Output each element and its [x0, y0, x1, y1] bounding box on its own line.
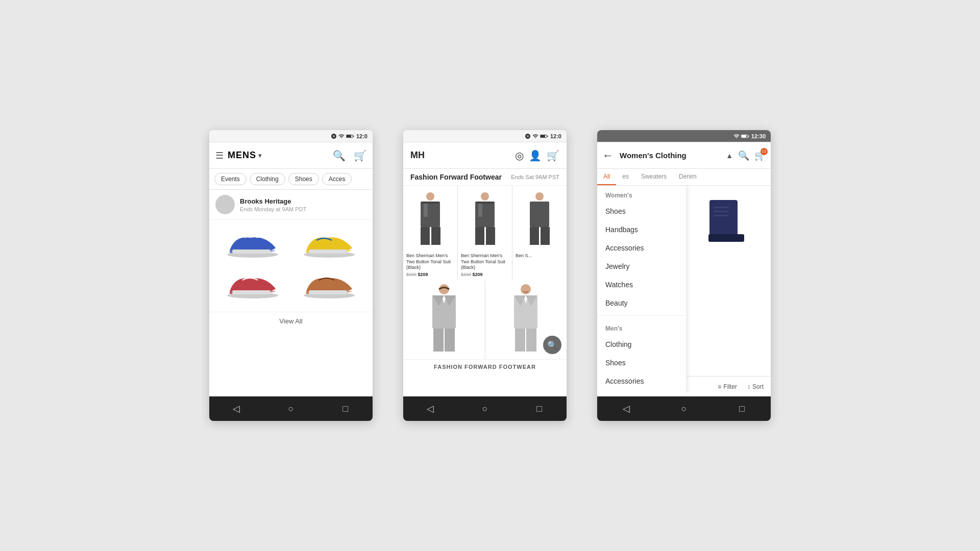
- p3-header-icons: ▲ 🔍 🛒 12: [726, 150, 766, 161]
- shoe-cell-4[interactable]: [291, 266, 368, 307]
- nav-bar-1: ◁ ○ □: [209, 396, 373, 421]
- dropdown-item-accessories-m[interactable]: Accessories: [597, 372, 686, 390]
- nav-bar-2: ◁ ○ □: [403, 396, 567, 421]
- nav-home-3[interactable]: ○: [674, 398, 694, 419]
- view-all-link[interactable]: View All: [209, 312, 373, 330]
- tab-events[interactable]: Events: [214, 173, 247, 185]
- nav-back-2[interactable]: ◁: [420, 398, 440, 419]
- event-subtitle: Ends Monday at 9AM PDT: [240, 206, 306, 212]
- svg-rect-12: [541, 135, 545, 137]
- dropdown-item-handbags[interactable]: Handbags: [597, 220, 686, 239]
- svg-point-30: [439, 284, 449, 294]
- event-avatar: [215, 195, 235, 214]
- svg-rect-21: [475, 202, 495, 227]
- search-fab[interactable]: 🔍: [543, 336, 561, 354]
- p2-bottom-banner: FASHION FORWARD FOOTWEAR: [403, 359, 567, 374]
- dropdown-item-jewelry[interactable]: Jewelry: [597, 257, 686, 276]
- svg-point-35: [521, 284, 531, 294]
- phone-3: 12:30 ← Women's Clothing ▲ 🔍 🛒 12 All es…: [597, 130, 771, 421]
- search-icon-p3[interactable]: 🔍: [738, 150, 749, 161]
- menu-icon[interactable]: ☰: [215, 150, 224, 161]
- svg-rect-58: [709, 200, 738, 236]
- svg-rect-41: [742, 135, 746, 137]
- product-cell-2[interactable]: Ben Sherman Men's Two Button Tonal Suit …: [458, 186, 512, 280]
- event-row: Brooks Heritage Ends Monday at 9AM PDT: [209, 190, 373, 220]
- dropdown-item-shoes-m[interactable]: Shoes: [597, 354, 686, 372]
- sort-icon: ↕: [747, 383, 750, 390]
- product-name-3: Ben S...: [516, 253, 564, 259]
- cart-icon-p2[interactable]: 🛒: [547, 149, 559, 162]
- tab-sweaters[interactable]: Sweaters: [635, 169, 673, 185]
- svg-point-14: [426, 192, 434, 201]
- p1-tabs: Events Clothing Shoes Acces: [209, 169, 373, 190]
- nav-home-2[interactable]: ○: [475, 398, 495, 419]
- product-img-1: [406, 190, 454, 251]
- dropdown-item-watches-m[interactable]: Watches: [597, 390, 686, 393]
- cart-icon-p1[interactable]: 🛒: [354, 149, 366, 162]
- svg-rect-8: [232, 290, 271, 294]
- profile-icon[interactable]: 👤: [529, 149, 542, 162]
- svg-rect-33: [433, 329, 444, 352]
- status-bar-1: 12:0: [209, 130, 373, 142]
- p3-product-2[interactable]: [684, 186, 771, 393]
- dropdown-item-accessories-w[interactable]: Accessories: [597, 239, 686, 257]
- tab-shoes[interactable]: Shoes: [288, 173, 319, 185]
- svg-rect-17: [422, 202, 439, 204]
- p2-header: MH ◎ 👤 🛒: [403, 142, 567, 169]
- svg-rect-22: [478, 202, 482, 217]
- product-img-2: [461, 190, 509, 251]
- svg-point-26: [535, 192, 544, 201]
- sort-label: Sort: [752, 383, 764, 390]
- cart-badge: 12: [761, 148, 768, 155]
- mens-section-header: Men's: [597, 319, 686, 335]
- filter-button[interactable]: ≡ Filter: [718, 383, 737, 390]
- status-bar-3: 12:30: [597, 130, 771, 142]
- nav-home-1[interactable]: ○: [281, 398, 301, 419]
- svg-rect-1: [347, 135, 351, 137]
- brand-arrow[interactable]: ▾: [258, 152, 262, 159]
- brand-label: MENS ▾: [228, 150, 325, 161]
- phone-1: 12:0 ☰ MENS ▾ 🔍 🛒 Events Clothing Shoes …: [209, 130, 373, 421]
- shoe-cell-3[interactable]: [214, 266, 291, 307]
- svg-rect-18: [421, 227, 430, 245]
- product-cell-large-1[interactable]: [403, 280, 485, 359]
- tab-clothing[interactable]: Clothing: [250, 173, 285, 185]
- status-time-1: 12:0: [356, 133, 368, 139]
- dropdown-item-clothing-m[interactable]: Clothing: [597, 335, 686, 354]
- product-cell-1[interactable]: Ben Sherman Men's Two Button Tonal Suit …: [403, 186, 457, 280]
- svg-point-20: [481, 192, 489, 201]
- compass-icon[interactable]: ◎: [515, 149, 524, 162]
- p2-row2: 🔍: [403, 280, 567, 359]
- nav-recents-1[interactable]: □: [335, 398, 356, 419]
- sort-button[interactable]: ↕ Sort: [747, 383, 764, 390]
- dropdown-item-shoes-w[interactable]: Shoes: [597, 202, 686, 220]
- tab-accessories[interactable]: Acces: [322, 173, 352, 185]
- nav-recents-2[interactable]: □: [529, 398, 550, 419]
- nav-back-1[interactable]: ◁: [226, 398, 247, 419]
- dropdown-item-beauty[interactable]: Beauty: [597, 294, 686, 312]
- svg-rect-16: [424, 202, 428, 217]
- up-arrow-icon[interactable]: ▲: [726, 152, 733, 160]
- cart-icon-p3[interactable]: 🛒 12: [754, 150, 766, 161]
- shoe-cell-2[interactable]: [291, 225, 368, 266]
- svg-rect-27: [530, 202, 549, 227]
- svg-rect-59: [708, 234, 744, 242]
- status-time-3: 12:30: [751, 133, 766, 139]
- product-cell-3[interactable]: Ben S...: [512, 186, 567, 280]
- shoe-cell-1[interactable]: [214, 225, 291, 266]
- product-name-1: Ben Sherman Men's Two Button Tonal Suit …: [406, 253, 454, 271]
- nav-back-3[interactable]: ◁: [616, 398, 636, 419]
- dropdown-item-watches-w[interactable]: Watches: [597, 276, 686, 294]
- womens-section-header: Women's: [597, 186, 686, 202]
- svg-rect-19: [431, 227, 440, 245]
- phone-2: 12:0 MH ◎ 👤 🛒 Fashion Forward Footwear E…: [403, 130, 567, 421]
- search-icon-p1[interactable]: 🔍: [333, 149, 346, 162]
- tab-denim[interactable]: Denim: [673, 169, 703, 185]
- tab-all[interactable]: All: [597, 169, 616, 185]
- back-button[interactable]: ←: [602, 149, 614, 162]
- svg-rect-39: [526, 329, 536, 352]
- p1-header: ☰ MENS ▾ 🔍 🛒: [209, 142, 373, 169]
- svg-rect-60: [714, 207, 729, 208]
- tab-es[interactable]: es: [616, 169, 635, 185]
- nav-recents-3[interactable]: □: [731, 398, 752, 419]
